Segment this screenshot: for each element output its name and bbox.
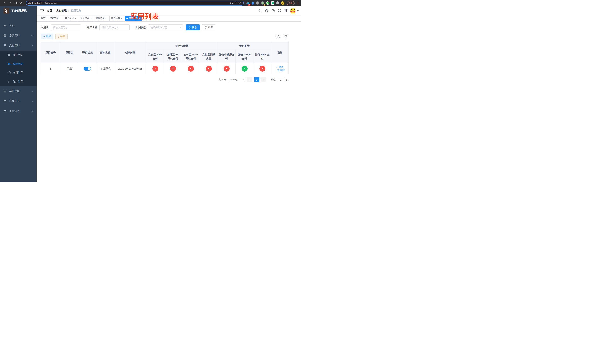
extension-recorder-icon[interactable]: 1 — [261, 1, 264, 5]
refresh-table-button[interactable] — [283, 33, 288, 39]
sidebar-menu: 首页 系统管理 ¥ 支付管理 商户信息 — [0, 21, 37, 116]
merchant-name-input[interactable] — [99, 24, 129, 30]
document-icon — [7, 80, 11, 83]
delete-link[interactable]: 删除 — [277, 68, 285, 72]
navbar-actions: TT — [258, 8, 299, 13]
fullscreen-icon[interactable] — [278, 9, 281, 12]
extension-command-icon[interactable]: ⌘ — [256, 1, 259, 5]
goto-page-input[interactable] — [277, 77, 285, 82]
help-icon[interactable] — [272, 9, 275, 12]
wx-mini-status-icon: × — [224, 66, 230, 72]
user-avatar[interactable] — [290, 8, 295, 13]
profile-avatar-icon[interactable] — [281, 1, 284, 5]
add-button[interactable]: + 新增 — [41, 33, 54, 39]
status-toggle[interactable] — [84, 67, 91, 71]
chevron-down-icon — [243, 79, 244, 80]
current-page[interactable]: 1 — [254, 77, 259, 82]
sidebar-item-refund-orders[interactable]: 退款订单 — [0, 77, 37, 86]
browser-menu-icon[interactable] — [297, 2, 299, 4]
bookmark-star-icon[interactable] — [239, 2, 242, 4]
chrome-update-button[interactable]: 更新 — [287, 1, 294, 5]
extension-chat-icon[interactable] — [271, 1, 274, 5]
plus-icon: + — [43, 35, 45, 38]
close-icon[interactable]: × — [139, 17, 140, 20]
coin-yen-icon: ¥ — [7, 72, 11, 74]
cell-merchant: 芋道源码 — [97, 63, 114, 74]
font-size-icon[interactable]: TT — [285, 9, 287, 13]
logo-row[interactable]: 芋道管理系统 — [0, 6, 37, 15]
search-button[interactable]: 搜索 — [186, 24, 200, 30]
tab-user-group[interactable]: 用户分组× — [63, 16, 78, 21]
app-table: 应用编号 应用名 开启状态 商户名称 创建时间 支付宝配置 微信配置 操作 支付… — [41, 42, 289, 74]
extension-badge: 1 — [264, 4, 266, 6]
logo-image — [3, 8, 9, 14]
breadcrumb-home[interactable]: 首页 — [47, 9, 52, 12]
payment-submenu: 商户信息 应用信息 ¥ 支付订单 退款订单 — [0, 51, 37, 86]
sidebar-item-payment[interactable]: ¥ 支付管理 — [0, 41, 37, 51]
prev-page-button[interactable]: ‹ — [247, 77, 252, 82]
status-select[interactable]: 请选择开启状态 — [148, 24, 183, 30]
tab-home[interactable]: 首页 — [39, 16, 47, 21]
merchant-name-label: 商户名称 — [87, 26, 97, 29]
breadcrumb-payment[interactable]: 支付管理 — [56, 9, 67, 12]
app-name-input[interactable] — [51, 24, 81, 30]
dashboard-icon — [3, 24, 7, 27]
back-icon[interactable] — [2, 1, 7, 6]
tab-app-info[interactable]: 应用信息× — [125, 16, 142, 21]
sidebar-item-system[interactable]: 系统管理 — [0, 31, 37, 41]
close-icon[interactable]: × — [106, 17, 107, 20]
close-icon[interactable]: × — [59, 17, 61, 20]
sidebar-item-dev-tools[interactable]: 研发工具 — [0, 96, 37, 106]
col-wx-jsapi: 微信 JSAPI 支付 — [236, 50, 253, 63]
edit-link[interactable]: 修改 — [276, 65, 284, 68]
group-wechat-config: 微信配置 — [218, 42, 271, 50]
close-icon[interactable]: × — [90, 17, 91, 20]
url-text[interactable]: localhost:1024/pay/app — [32, 2, 229, 4]
extension-balloon-icon[interactable] — [251, 1, 254, 5]
tab-process-form[interactable]: 流程表单× — [48, 16, 62, 21]
reset-button[interactable]: 重置 — [202, 24, 216, 30]
sidebar-item-infrastructure[interactable]: 基础设施 — [0, 86, 37, 96]
address-bar[interactable]: localhost:1024/pay/app — [26, 1, 244, 6]
col-app-id: 应用编号 — [41, 42, 60, 63]
extension-pinned-icon[interactable]: 10 — [246, 1, 249, 5]
share-icon[interactable] — [235, 2, 237, 4]
status-label: 开启状态 — [136, 26, 146, 29]
github-icon[interactable] — [265, 9, 269, 13]
close-icon[interactable]: × — [75, 17, 76, 20]
tab-refund-orders[interactable]: 退款订单× — [94, 16, 108, 21]
close-icon[interactable]: × — [121, 17, 122, 20]
search-icon[interactable] — [258, 9, 262, 12]
tab-merchant-info[interactable]: 商户信息× — [109, 16, 124, 21]
password-key-icon[interactable] — [230, 2, 233, 4]
cell-status — [78, 63, 97, 74]
col-alipay-app: 支付宝 APP 支付 — [146, 50, 164, 63]
home-icon[interactable] — [19, 1, 24, 6]
app-name-label: 应用名 — [41, 26, 49, 29]
sidebar-item-pay-orders[interactable]: ¥ 支付订单 — [0, 68, 37, 77]
col-status: 开启状态 — [78, 42, 97, 63]
top-navbar: 首页 / 支付管理 / 应用信息 TT — [37, 6, 301, 15]
tags-view-bar: 首页 流程表单× 用户分组× 支付订单× 退款订单× 商户信息× 应用信息× — [37, 15, 301, 22]
export-button[interactable]: ↓ 导出 — [55, 33, 68, 39]
caret-down-icon[interactable] — [297, 10, 299, 11]
extensions-puzzle-icon[interactable] — [276, 1, 279, 5]
yen-icon: ¥ — [3, 44, 7, 47]
site-info-icon[interactable] — [28, 2, 31, 4]
col-alipay-pc: 支付宝 PC 网站支付 — [164, 50, 182, 63]
tab-pay-orders[interactable]: 支付订单× — [79, 16, 93, 21]
col-created: 创建时间 — [114, 42, 146, 63]
sidebar-item-workflow[interactable]: 工作流程 — [0, 106, 37, 116]
page-size-select[interactable]: 10条/页 — [228, 77, 245, 82]
chevron-down-icon — [32, 100, 33, 102]
reload-icon[interactable] — [13, 1, 18, 6]
sidebar-item-home[interactable]: 首页 — [0, 21, 37, 31]
monitor-icon — [3, 90, 7, 93]
sidebar-item-merchant-info[interactable]: 商户信息 — [0, 51, 37, 59]
sidebar-item-app-info[interactable]: 应用信息 — [0, 59, 37, 68]
toggle-search-button[interactable] — [275, 33, 281, 39]
forward-icon[interactable] — [8, 1, 13, 6]
extension-y-icon[interactable]: y — [266, 1, 269, 5]
sidebar-toggle-icon[interactable] — [39, 9, 44, 13]
next-page-button[interactable]: › — [261, 77, 266, 82]
